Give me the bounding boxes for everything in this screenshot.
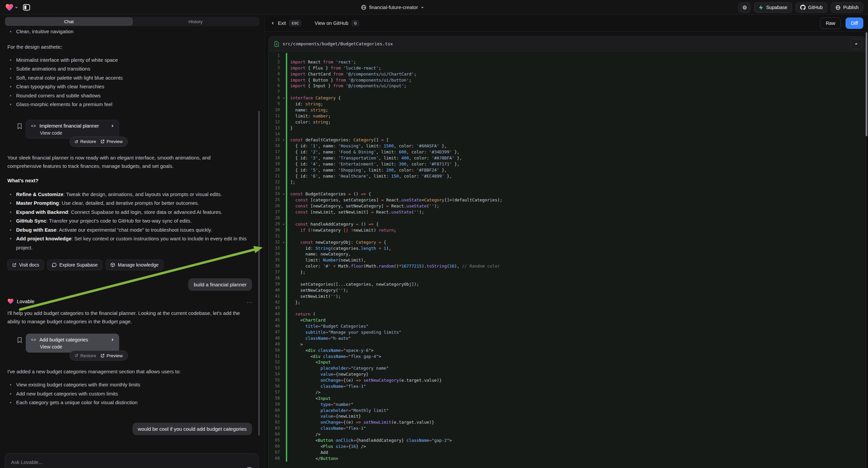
next-step-item: Expand with Backend: Connect Supabase to… bbox=[7, 208, 257, 217]
fold-gutter bbox=[281, 299, 286, 305]
chevron-left-icon bbox=[271, 22, 275, 25]
fold-gutter bbox=[281, 89, 286, 95]
line-number: 54 bbox=[269, 371, 281, 377]
code-text: import { Plus } from 'lucide-react'; bbox=[287, 65, 381, 71]
fold-chevron-icon[interactable]: ▾ bbox=[281, 191, 286, 197]
next-step-item: Debug with Ease: Activate our experiment… bbox=[7, 226, 257, 235]
preview-button[interactable]: Preview bbox=[100, 139, 123, 144]
line-number: 59 bbox=[269, 402, 281, 408]
version-card-wrap: <> Implement financial planner View code… bbox=[19, 120, 119, 147]
code-text: }; bbox=[287, 269, 305, 275]
line-number: 1 bbox=[269, 53, 281, 59]
code-line: 58 <Input bbox=[269, 396, 865, 402]
visit-docs-button[interactable]: Visit docs bbox=[7, 260, 44, 270]
file-header[interactable]: src/components/budget/BudgetCategories.t… bbox=[269, 37, 865, 51]
line-number: 17 bbox=[269, 149, 281, 155]
chat-scrollbar[interactable] bbox=[258, 111, 260, 436]
package-icon bbox=[111, 263, 115, 267]
code-text: placeholder="Monthly limit" bbox=[287, 408, 389, 414]
view-code-link[interactable]: View code bbox=[40, 344, 114, 350]
chat-messages[interactable]: Clean, intuitive navigation For the desi… bbox=[0, 27, 264, 435]
code-line: 62 onChange={(e) => setNewLimit(e.target… bbox=[269, 419, 865, 426]
restore-icon: ↺ bbox=[74, 353, 78, 358]
code-editor[interactable]: 12import React from 'react';3import { Pl… bbox=[269, 51, 865, 468]
line-number: 35 bbox=[269, 257, 281, 263]
line-number: 6 bbox=[269, 83, 281, 89]
code-text: className="flex-1" bbox=[287, 426, 366, 431]
line-number: 42 bbox=[269, 299, 281, 305]
line-number: 40 bbox=[269, 287, 281, 293]
code-text: setNewCategory(''); bbox=[287, 287, 348, 293]
explore-supabase-button[interactable]: Explore Supabase bbox=[47, 260, 102, 270]
lovable-logo-icon[interactable] bbox=[5, 4, 18, 11]
project-switcher[interactable]: financial-future-creator bbox=[349, 0, 436, 15]
tab-chat[interactable]: Chat bbox=[5, 18, 132, 26]
code-text: type="number" bbox=[287, 402, 353, 408]
assistant-paragraph: I'll help you add budget categories to t… bbox=[7, 309, 254, 326]
line-number: 30 bbox=[269, 227, 281, 233]
collapse-button[interactable] bbox=[850, 39, 862, 49]
diff-button[interactable]: Diff bbox=[845, 18, 863, 29]
code-line: 8▾interface Category { bbox=[269, 95, 865, 101]
line-number: 27 bbox=[269, 209, 281, 215]
view-code-link[interactable]: View code bbox=[40, 130, 114, 136]
code-text: Add bbox=[287, 449, 328, 456]
code-line: 25 const [categories, setCategories] = R… bbox=[269, 197, 865, 203]
external-link-icon bbox=[12, 263, 17, 267]
code-text: const [newLimit, setNewLimit] = React.us… bbox=[287, 209, 424, 215]
code-line: 48 className="h-auto" bbox=[269, 335, 865, 342]
restore-button[interactable]: ↺ Restore bbox=[74, 353, 96, 358]
code-line: 39 setCategories([...categories, newCate… bbox=[269, 281, 865, 287]
version-card-implement-planner[interactable]: <> Implement financial planner View code bbox=[26, 120, 119, 139]
sidebar-toggle-button[interactable] bbox=[23, 4, 30, 11]
publish-button[interactable]: Publish bbox=[831, 2, 863, 13]
preview-button[interactable]: Preview bbox=[100, 353, 123, 358]
github-icon bbox=[800, 5, 806, 10]
fold-gutter bbox=[281, 329, 286, 335]
code-text: { id: '6', name: 'Healthcare', limit: 15… bbox=[287, 173, 452, 179]
list-item: Soft, neutral color palette with light b… bbox=[7, 74, 257, 83]
supabase-button[interactable]: Supabase bbox=[754, 2, 792, 13]
fold-gutter bbox=[281, 161, 286, 167]
code-line: 52 <Input bbox=[269, 359, 865, 365]
code-line: 36 color: '#' + Math.floor(Math.random()… bbox=[269, 263, 865, 269]
version-card-add-budget-categories[interactable]: <> Add budget categories View code bbox=[26, 334, 119, 352]
code-text: interface Category { bbox=[287, 95, 341, 101]
line-number: 16 bbox=[269, 143, 281, 149]
bookmark-icon[interactable] bbox=[17, 123, 22, 129]
fold-chevron-icon[interactable]: ▾ bbox=[281, 95, 286, 101]
code-line: 26 const [newCategory, setNewCategory] =… bbox=[269, 203, 865, 209]
code-line: 63 className="flex-1" bbox=[269, 426, 865, 431]
code-line: 60 placeholder="Monthly limit" bbox=[269, 408, 865, 414]
code-scrollbar[interactable] bbox=[866, 32, 867, 136]
fold-chevron-icon[interactable]: ▾ bbox=[281, 239, 286, 245]
tab-history[interactable]: History bbox=[132, 18, 259, 26]
fold-chevron-icon[interactable]: ▾ bbox=[281, 137, 286, 143]
fold-chevron-icon[interactable]: ▾ bbox=[281, 221, 286, 227]
code-line: 41 setNewLimit(''); bbox=[269, 293, 865, 299]
code-text bbox=[287, 275, 290, 281]
settings-button[interactable]: ⚙ bbox=[739, 2, 750, 13]
list-item: Glass-morphic elements for a premium fee… bbox=[7, 100, 257, 109]
fold-gutter bbox=[281, 125, 286, 131]
line-number: 14 bbox=[269, 131, 281, 137]
raw-button[interactable]: Raw bbox=[820, 18, 841, 29]
user-message: would be cool if you could add budget ca… bbox=[132, 423, 252, 435]
whats-next-heading: What's next? bbox=[7, 176, 244, 185]
code-text bbox=[287, 185, 290, 192]
manage-knowledge-button[interactable]: Manage knowledge bbox=[106, 260, 163, 270]
code-line: 42 }; bbox=[269, 299, 865, 305]
list-item: View existing budget categories with the… bbox=[7, 380, 257, 389]
message-menu-button[interactable]: ... bbox=[247, 298, 253, 304]
bookmark-icon[interactable] bbox=[17, 337, 22, 343]
design-bullet-list: Minimalist interface with plenty of whit… bbox=[7, 56, 257, 109]
chat-history-tabs: Chat History bbox=[5, 17, 259, 26]
code-line: 54 value={newCategory} bbox=[269, 371, 865, 377]
fold-gutter bbox=[281, 101, 286, 107]
restore-button[interactable]: ↺ Restore bbox=[74, 139, 96, 144]
chat-input[interactable] bbox=[11, 458, 252, 466]
code-icon: <> bbox=[31, 123, 36, 128]
exit-button[interactable]: Exit ESC bbox=[271, 20, 301, 26]
view-on-github-link[interactable]: View on GitHub G bbox=[315, 20, 359, 26]
github-button[interactable]: GitHub bbox=[796, 2, 828, 13]
